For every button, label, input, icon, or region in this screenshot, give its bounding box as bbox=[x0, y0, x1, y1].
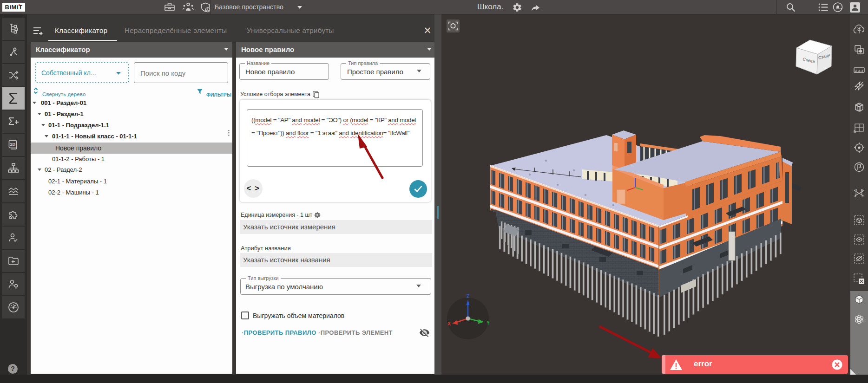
svg-text:Z: Z bbox=[467, 293, 470, 299]
svg-text:2D: 2D bbox=[10, 142, 16, 147]
svg-text:X: X bbox=[447, 321, 451, 326]
svg-text:Y: Y bbox=[487, 320, 490, 325]
